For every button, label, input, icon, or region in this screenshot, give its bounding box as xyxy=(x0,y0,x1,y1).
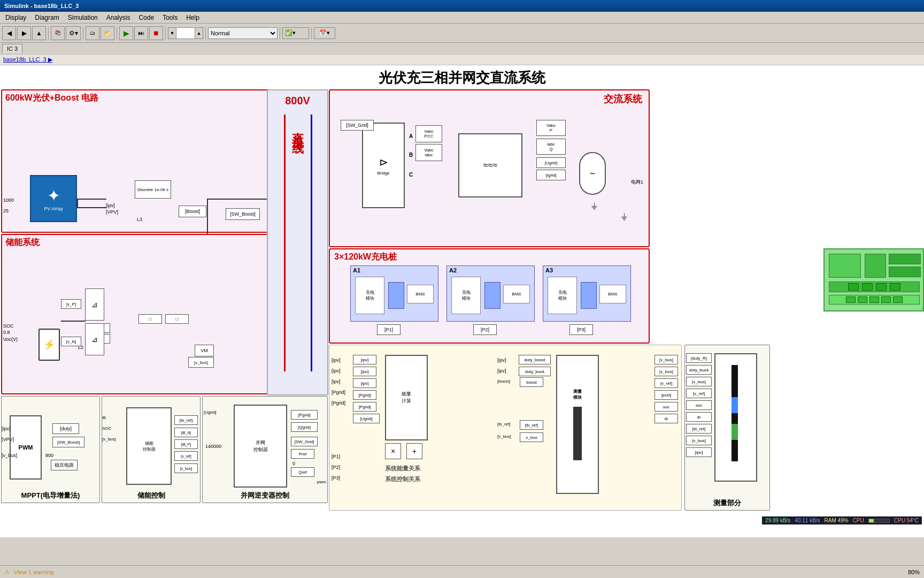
pwm-block[interactable]: PWM xyxy=(10,415,42,480)
explorer-button[interactable]: 📂 xyxy=(101,26,114,40)
stop-button[interactable]: ⏹ xyxy=(149,26,163,40)
vref-out[interactable]: [v_ref] xyxy=(654,378,678,388)
sw-boost-out[interactable]: [SW_Boost] xyxy=(52,437,84,447)
grid-ctrl-main[interactable]: 并网控制器 xyxy=(234,405,287,488)
menu-analysis[interactable]: Analysis xyxy=(102,13,135,22)
p2-block[interactable]: [P2] xyxy=(473,324,497,335)
menu-code[interactable]: Code xyxy=(134,13,158,22)
ib-ref-blk[interactable]: [ib_ref] xyxy=(520,420,543,430)
breadcrumb[interactable]: base18b_LLC_3 ▶ xyxy=(3,56,52,63)
duty-buck-r[interactable]: duty_buck xyxy=(686,365,712,375)
zoom-up-button[interactable]: ▲ xyxy=(195,28,203,39)
filter-block[interactable]: ≈≈≈ xyxy=(458,133,522,197)
vbus-meas[interactable]: [v_bus] xyxy=(686,377,712,386)
pref-out[interactable]: Pref xyxy=(291,449,314,459)
boost-blk[interactable]: boost xyxy=(520,377,543,387)
storage-ctrl-block[interactable]: 储能控制器 xyxy=(126,407,172,485)
nav-forward-button[interactable]: ▶ xyxy=(17,26,31,40)
pgrid-out2[interactable]: [Qgrid] xyxy=(291,422,318,432)
run-button[interactable]: ▶ xyxy=(119,26,133,40)
model-browser-button[interactable]: 🗂 xyxy=(86,26,99,40)
vabc-pcc-block[interactable]: VabcPCC xyxy=(415,125,442,142)
add-block[interactable]: + xyxy=(406,443,422,459)
ib-ref-meas[interactable]: [ib_ref] xyxy=(686,424,712,434)
soc-out[interactable]: soc xyxy=(654,402,678,412)
vabc-meas2[interactable]: labcQ xyxy=(536,139,566,155)
qref-out[interactable]: Qref xyxy=(291,467,314,477)
zoom-input[interactable]: 1.2 xyxy=(176,28,195,39)
vbus-out[interactable]: [v_bus] xyxy=(654,355,678,364)
meas-large-block[interactable]: 测量模块 xyxy=(556,355,599,494)
menu-help[interactable]: Help xyxy=(182,13,204,22)
vabc-pcc-block2[interactable]: Vabclabc xyxy=(415,144,442,161)
step-button[interactable]: ⏭ xyxy=(134,26,148,40)
boost-block[interactable]: [Boost] xyxy=(179,206,206,217)
vabc-meas1[interactable]: VabcP xyxy=(536,120,566,136)
ugrid-block[interactable]: [Ugrid] xyxy=(536,157,566,168)
vbus-ctrl[interactable]: [v_bus] xyxy=(174,463,198,473)
vbus-out2[interactable]: [v_bus] xyxy=(654,367,678,376)
ib-meas[interactable]: ib xyxy=(686,412,712,422)
duty-boost-blk[interactable]: duty_boost xyxy=(519,355,551,364)
ipv-meas[interactable]: [ipv] xyxy=(686,447,712,457)
sw-block1[interactable]: □ xyxy=(138,314,162,324)
library-button[interactable]: 📚 xyxy=(51,26,65,40)
duty-buck-blk[interactable]: duty_buck xyxy=(519,367,551,376)
pgrid-blk2[interactable]: [Pgrid] xyxy=(353,402,376,412)
inverter-block[interactable]: ⊳ Bridge xyxy=(362,123,405,208)
menu-tools[interactable]: Tools xyxy=(158,13,182,22)
soc-meas[interactable]: soc xyxy=(686,400,712,410)
calendar-button[interactable]: 📅▾ xyxy=(314,27,335,39)
ipv-blk1[interactable]: [ipv] xyxy=(353,355,376,364)
ib-n-ctrl[interactable]: [iB_N] xyxy=(174,428,198,437)
measure-main-block[interactable] xyxy=(714,353,757,482)
ib-p-ctrl[interactable]: [iB_P] xyxy=(174,439,198,449)
vref-meas[interactable]: [v_ref] xyxy=(686,389,712,398)
pv-array-block[interactable]: ✦ PV Array xyxy=(30,175,77,222)
check-button[interactable]: ✅▾ xyxy=(282,27,309,39)
v-ref-ctrl[interactable]: [v_ref] xyxy=(174,451,198,461)
duty-r-blk[interactable]: [duty_R] xyxy=(686,353,712,363)
energy-compute-block[interactable]: 能量计算 xyxy=(385,355,428,440)
menu-display[interactable]: Display xyxy=(1,13,30,22)
sgrid-block[interactable]: [Igrid] xyxy=(536,170,566,180)
p1-block[interactable]: [P1] xyxy=(377,324,401,335)
menu-diagram[interactable]: Diagram xyxy=(30,13,63,22)
sw-grid-block[interactable]: [SW_Grid] xyxy=(341,120,374,131)
battery-block[interactable]: ⚡ xyxy=(38,329,60,361)
vbus-blk[interactable]: v_bus xyxy=(520,432,543,442)
sw-grid-out[interactable]: [SW_Grid] xyxy=(291,437,318,446)
charging-pile-a2[interactable]: A2 充电模块 BMS xyxy=(446,265,535,322)
pgrid-out1[interactable]: [Pgrid] xyxy=(291,410,318,420)
zoom-down-button[interactable]: ▼ xyxy=(168,28,176,39)
sim-mode-select[interactable]: Normal xyxy=(208,27,278,39)
charging-pile-a3[interactable]: A3 充电模块 BMS xyxy=(543,265,631,322)
sw-block2[interactable]: □ xyxy=(165,314,189,324)
sw-boost-block[interactable]: [SW_Boost] xyxy=(226,208,260,220)
ipv-blk2[interactable]: [ipv] xyxy=(353,367,376,376)
ib-ref-block[interactable]: [ib_ref] xyxy=(174,415,198,425)
v-n-block[interactable]: [v_N] xyxy=(61,337,81,346)
discrete-block[interactable]: Discrete 1e-06 s xyxy=(135,180,171,199)
vbus-meas2[interactable]: [v_bus] xyxy=(686,436,712,445)
ib-out[interactable]: ib xyxy=(654,414,678,423)
tab-ic3[interactable]: IC 3 xyxy=(2,44,22,53)
mult-block[interactable]: × xyxy=(385,443,401,459)
warning-text[interactable]: View 1 warning xyxy=(14,569,53,575)
ipv-blk3[interactable]: [ipv] xyxy=(353,378,376,388)
charging-pile-a1[interactable]: A1 充电模块 BMS xyxy=(350,265,438,322)
three-phase-source[interactable]: ~ xyxy=(579,152,606,195)
nav-back-button[interactable]: ◀ xyxy=(2,26,16,40)
v-p-block[interactable]: [v_P] xyxy=(61,299,81,309)
nav-up-button[interactable]: ▲ xyxy=(32,26,46,40)
settings-button[interactable]: ⚙▾ xyxy=(66,26,81,40)
vref-out2[interactable]: [eref] xyxy=(654,390,678,400)
p3-block[interactable]: [P3] xyxy=(569,324,593,335)
pgrid-blk1[interactable]: [Pgrid] xyxy=(353,390,376,400)
v-bus-block[interactable]: [v_bus] xyxy=(188,357,214,368)
vm-block[interactable]: VM xyxy=(195,345,214,356)
menu-simulation[interactable]: Simulation xyxy=(64,13,102,22)
ref-block[interactable]: 稳压电路 xyxy=(51,460,78,470)
duty-block[interactable]: [duty] xyxy=(52,423,79,434)
ugrid-sig-blk[interactable]: [Ugrid] xyxy=(353,414,380,423)
